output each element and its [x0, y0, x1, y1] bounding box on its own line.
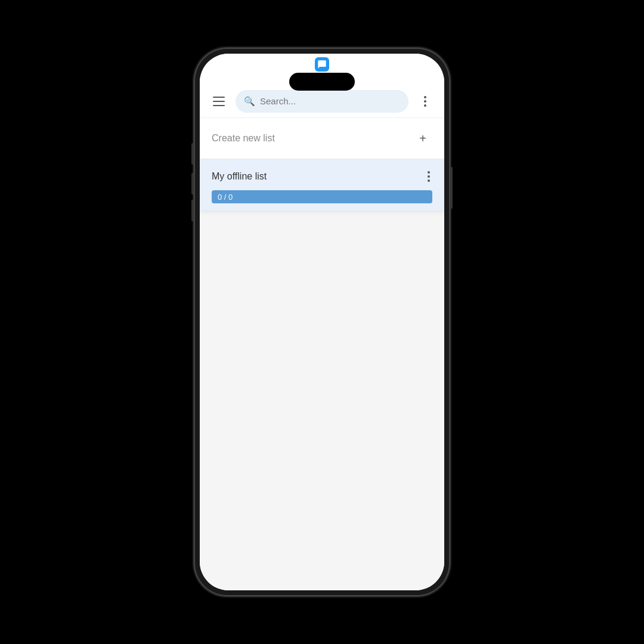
status-bar [200, 54, 444, 85]
phone-frame: 🔍 Create new list + [194, 48, 450, 596]
content-area: Create new list + My offline list [200, 118, 444, 590]
list-item-header: My offline list [212, 169, 432, 184]
list-item-name: My offline list [212, 171, 267, 182]
phone-screen: 🔍 Create new list + [200, 54, 444, 590]
create-list-label: Create new list [212, 133, 275, 144]
progress-bar: 0 / 0 [212, 190, 432, 203]
list-item-more-button[interactable] [425, 169, 432, 184]
list-item[interactable]: My offline list 0 / 0 [200, 159, 444, 210]
app-icon [315, 57, 329, 72]
progress-text: 0 / 0 [218, 193, 233, 202]
dynamic-island [289, 73, 355, 91]
create-list-row[interactable]: Create new list + [200, 118, 444, 159]
create-list-button[interactable]: + [413, 129, 432, 148]
search-icon: 🔍 [244, 96, 255, 107]
lists-card: Create new list + My offline list [200, 118, 444, 210]
search-input[interactable] [260, 96, 400, 106]
menu-button[interactable] [208, 91, 230, 112]
app-logo-icon [317, 60, 327, 69]
overflow-menu-button[interactable] [414, 91, 436, 112]
three-dots-icon [424, 96, 426, 107]
search-bar[interactable]: 🔍 [236, 90, 408, 113]
